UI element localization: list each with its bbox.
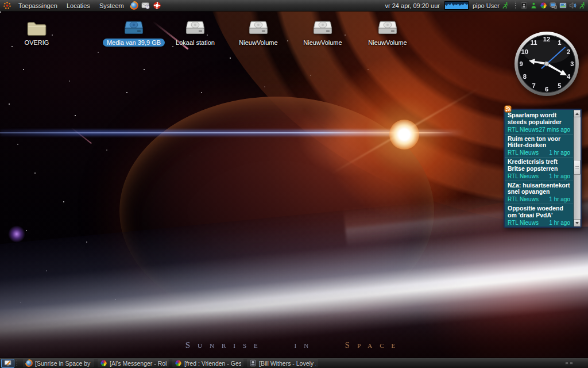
wallpaper-title: Sunrise in Space (0, 340, 588, 350)
wallpaper-lens-flare (330, 87, 480, 175)
network-computer-icon[interactable] (549, 2, 557, 10)
news-item[interactable]: Ruim een ton voor Hitler-doeken RTL Nieu… (505, 135, 573, 158)
menu-applications[interactable]: Toepassingen (14, 0, 62, 11)
desktop-icon-nieuwvolume-1[interactable]: NieuwVolume (227, 20, 290, 47)
messenger-buddy-icon[interactable] (529, 2, 537, 10)
wallpaper-stars (0, 12, 588, 358)
news-source: RTL Nieuws (508, 196, 539, 202)
desktop-icon-label: NieuwVolume (364, 39, 411, 47)
distro-logo-icon[interactable] (2, 1, 11, 10)
user-switcher[interactable]: pipo User (471, 2, 511, 10)
taskbar-window-messenger-1[interactable]: [Al's Messenger - Rob... (98, 359, 169, 367)
svg-text:10: 10 (521, 48, 528, 55)
news-title: Oppositie woedend om 'draai PvdA' (508, 205, 570, 219)
analog-clock-widget[interactable]: 12 1 2 3 4 5 6 7 8 9 10 11 (514, 31, 579, 97)
drive-icon (184, 20, 206, 37)
system-tray (520, 2, 586, 10)
svg-text:9: 9 (520, 60, 523, 67)
top-panel: Toepassingen Locaties Systeem vr 24 apr,… (0, 0, 588, 12)
screenshot-photo-icon[interactable] (559, 2, 567, 10)
scroll-up-button[interactable] (574, 110, 581, 117)
svg-text:7: 7 (532, 82, 535, 89)
scroll-track[interactable] (574, 117, 581, 219)
desktop-screen: Toepassingen Locaties Systeem vr 24 apr,… (0, 0, 588, 368)
workspace-switcher[interactable] (565, 362, 573, 365)
wallpaper-blue-beam (0, 130, 465, 136)
window-title: [Sunrise in Space by ... (35, 360, 92, 367)
wallpaper-blue-beam-core (0, 132, 454, 133)
drive-icon (377, 20, 399, 37)
mail-icon[interactable] (141, 1, 150, 10)
firefox-icon (25, 359, 33, 367)
news-item[interactable]: NZa: huisartsentekort snel opvangen RTL … (505, 181, 573, 205)
panel-clock[interactable]: vr 24 apr, 09:20 uur (383, 2, 442, 9)
workspace-1[interactable] (565, 362, 568, 365)
news-title: Kredietcrisis treft Britse popsterren (508, 159, 570, 172)
svg-text:1: 1 (558, 39, 561, 46)
drive-blue-icon (123, 20, 145, 37)
cpu-graph-icon (445, 2, 468, 9)
wallpaper-sun-core (389, 120, 419, 150)
arrow-up-icon (575, 113, 579, 115)
news-scrollbar[interactable] (573, 110, 581, 227)
news-item[interactable]: Spaarlamp wordt steeds populairder RTL N… (505, 111, 573, 135)
show-desktop-button[interactable] (1, 359, 14, 368)
help-icon[interactable] (153, 1, 162, 10)
drive-icon (312, 20, 334, 37)
desktop-icon-nieuwvolume-3[interactable]: NieuwVolume (356, 20, 419, 47)
news-time: 1 hr ago (549, 173, 570, 179)
taskbar-window-music[interactable]: [Bill Withers - Lovely ... (247, 359, 318, 367)
desktop-icon-nieuwvolume-2[interactable]: NieuwVolume (291, 20, 354, 47)
system-monitor-runner-icon[interactable] (578, 2, 586, 10)
taskbar-window-firefox[interactable]: [Sunrise in Space by ... (23, 359, 94, 367)
news-source: RTL Nieuws (508, 150, 539, 156)
top-panel-left: Toepassingen Locaties Systeem (0, 0, 163, 11)
pinwheel-ball-icon[interactable] (539, 2, 547, 10)
drive-icon (247, 20, 269, 37)
wallpaper-ring-band (0, 181, 588, 358)
news-item[interactable]: Oppositie woedend om 'draai PvdA' RTL Ni… (505, 204, 573, 227)
firefox-icon[interactable] (130, 1, 139, 10)
wallpaper-rings-fade (0, 12, 588, 358)
news-item[interactable]: Kredietcrisis treft Britse popsterren RT… (505, 158, 573, 181)
rss-icon (504, 105, 512, 113)
scroll-thumb[interactable] (574, 160, 581, 175)
top-panel-right: vr 24 apr, 09:20 uur pipo User (383, 0, 588, 11)
news-title: NZa: huisartsentekort snel opvangen (508, 182, 570, 196)
workspace-2[interactable] (570, 362, 573, 365)
desktop-icon-media[interactable]: Media van 39,9 GB (99, 20, 168, 47)
taskbar-window-messenger-2[interactable]: [fred : Vrienden - Ges... (172, 359, 243, 367)
wallpaper-title-word: Sunrise (185, 340, 265, 350)
scroll-down-button[interactable] (574, 219, 581, 227)
amsn-icon (100, 359, 107, 367)
amsn-icon (175, 359, 182, 367)
show-desktop-icon (4, 360, 12, 367)
svg-text:3: 3 (570, 60, 574, 67)
analog-clock-face: 12 1 2 3 4 5 6 7 8 9 10 11 (514, 31, 579, 97)
wallpaper-planet (119, 97, 434, 325)
wallpaper-nebula (8, 225, 25, 243)
news-time: 1 hr ago (549, 150, 570, 156)
news-source: RTL Nieuws (508, 220, 539, 226)
menu-system[interactable]: Systeem (95, 0, 129, 11)
wallpaper-sun-glow (322, 53, 488, 220)
folder-icon (26, 20, 48, 37)
news-title: Spaarlamp wordt steeds populairder (508, 112, 570, 126)
volume-icon[interactable] (568, 2, 577, 10)
news-list: Spaarlamp wordt steeds populairder RTL N… (505, 110, 573, 227)
news-time: 27 mins ago (539, 126, 570, 133)
desktop-icon-lokaal-station[interactable]: Lokaal station (164, 20, 227, 47)
menu-places[interactable]: Locaties (62, 0, 95, 11)
svg-text:2: 2 (567, 48, 570, 55)
user-name-label: pipo User (473, 2, 500, 9)
rss-news-widget: Spaarlamp wordt steeds populairder RTL N… (504, 109, 582, 228)
cpu-graph-applet[interactable] (444, 1, 469, 10)
music-player-icon (249, 359, 257, 367)
display-settings-icon[interactable] (520, 2, 528, 10)
taskbar-separator (17, 360, 17, 367)
desktop-icon-label-selected: Media van 39,9 GB (103, 39, 165, 47)
wallpaper-ring-band-shade (0, 181, 588, 358)
wallpaper-title-word: in (295, 340, 316, 350)
svg-text:8: 8 (523, 73, 527, 80)
desktop-icon-overig[interactable]: OVERIG (5, 20, 68, 47)
